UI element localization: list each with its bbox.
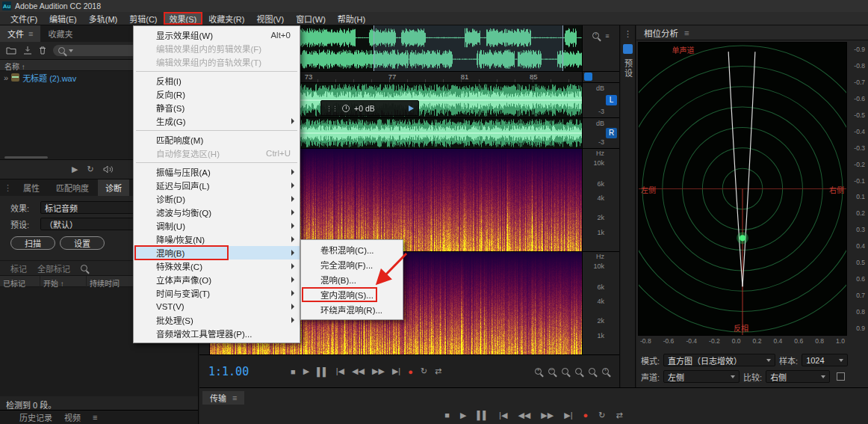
loop-playback-button[interactable]: ↻ [87, 165, 93, 174]
effects-menu-item-7[interactable]: 生成(G) [134, 114, 300, 128]
menubar-item-4[interactable]: 效果(S) [164, 12, 203, 25]
pause-button[interactable]: ▌▌ [477, 411, 489, 420]
phase-option-checkbox[interactable] [837, 372, 845, 381]
tab-properties[interactable]: 属性 [16, 179, 47, 196]
effects-menu-item-20[interactable]: 立体声声像(O) [134, 273, 300, 286]
effects-menu-item-18[interactable]: 混响(B) [134, 246, 300, 259]
record-button[interactable]: ● [408, 367, 413, 376]
ffwd-button[interactable]: ▶▶ [541, 411, 554, 420]
effects-menu-item-13[interactable]: 延迟与回声(L) [134, 179, 300, 192]
tab-all-markers[interactable]: 全部标记 [37, 262, 70, 274]
hud-pin-icon[interactable] [409, 105, 414, 111]
menubar-item-1[interactable]: 编辑(E) [43, 12, 83, 25]
effects-menu-item-15[interactable]: 滤波与均衡(Q) [134, 206, 300, 219]
effects-menu-item-16[interactable]: 调制(U) [134, 219, 300, 233]
file-name[interactable]: 无标题 (2).wav [22, 72, 76, 84]
tab-diagnostics[interactable]: 诊断 [98, 179, 129, 196]
menubar-item-5[interactable]: 收藏夹(R) [202, 12, 250, 25]
menubar-item-7[interactable]: 窗口(W) [290, 12, 332, 25]
effects-menu-item-0[interactable]: 显示效果组(W)Alt+0 [134, 28, 300, 42]
effects-menu-item-21[interactable]: 时间与变调(T) [134, 286, 300, 300]
mode-select[interactable]: 直方图（日志增效） [663, 354, 775, 366]
transport-panel-tab[interactable]: 传输 ≡ [202, 391, 244, 405]
next-button[interactable]: ▶| [392, 366, 400, 376]
panel-menu-icon[interactable]: ≡ [28, 29, 33, 38]
tab-files[interactable]: 文件 ≡ [0, 25, 40, 42]
next-button[interactable]: ▶| [564, 411, 572, 420]
settings-button[interactable]: 设置 [60, 236, 105, 250]
zoom-full-icon[interactable]: ‹ [592, 32, 599, 39]
panel-menu-icon[interactable]: ≡ [93, 413, 97, 422]
swap-button[interactable]: ⇄ [616, 411, 622, 420]
prev-button[interactable]: |◀ [336, 366, 344, 376]
reverb-submenu-item-3[interactable]: 室内混响(S)... [301, 287, 403, 302]
effects-menu-item-23[interactable]: 批处理(S) [134, 313, 300, 327]
compare-select[interactable]: 右侧 [766, 370, 830, 383]
marker-search-icon[interactable] [81, 265, 87, 271]
effects-menu-item-17[interactable]: 降噪/恢复(N) [134, 233, 300, 246]
rew-button[interactable]: ◀◀ [518, 411, 530, 420]
pause-button[interactable]: ▌▌ [317, 367, 329, 376]
panel-menu-icon[interactable]: ≡ [684, 28, 689, 37]
effects-menu-item-12[interactable]: 振幅与压限(A) [134, 165, 300, 179]
effects-menu-item-4[interactable]: 反相(I) [134, 74, 300, 87]
effects-menu-item-19[interactable]: 特殊效果(C) [134, 259, 300, 273]
samples-select[interactable]: 1024 [802, 354, 848, 366]
tab-video[interactable]: 视频 [64, 411, 81, 423]
play-button[interactable]: ▶ [303, 366, 309, 376]
effects-menu-item-24[interactable]: 音频增效工具管理器(P)... [134, 327, 300, 340]
ffwd-button[interactable]: ▶▶ [372, 366, 385, 376]
presets-dock-label[interactable]: 预设 [622, 59, 634, 79]
hud-gain-value[interactable]: +0 dB [354, 104, 375, 113]
rew-button[interactable]: ◀◀ [352, 366, 365, 376]
tab-markers[interactable]: 标记 [10, 262, 27, 274]
stop-button[interactable]: ■ [444, 411, 450, 420]
zoom-reset-icon[interactable]: ‹ [602, 368, 609, 375]
reverb-submenu-item-1[interactable]: 完全混响(F)... [301, 257, 403, 272]
channel-select[interactable]: 左侧 [663, 370, 740, 383]
gain-hud[interactable]: ⋮⋮ +0 dB [320, 100, 419, 116]
zoom-out-amplitude-icon[interactable] [575, 368, 582, 375]
panel-menu-icon[interactable]: ≡ [232, 393, 237, 402]
expand-icon[interactable]: » [4, 73, 8, 82]
menubar-item-3[interactable]: 剪辑(C) [123, 12, 163, 25]
zoom-out-time-icon[interactable]: − [548, 368, 555, 375]
zoom-in-amplitude-icon[interactable] [562, 368, 568, 375]
effects-menu-item-14[interactable]: 诊断(D) [134, 192, 300, 206]
menubar-item-8[interactable]: 帮助(H) [332, 12, 371, 25]
left-channel-button[interactable]: L [606, 95, 617, 105]
zoom-in-time-icon[interactable]: + [535, 368, 542, 375]
dock-grip-icon[interactable]: ⋮ [1, 183, 14, 193]
effects-menu-item-6[interactable]: 静音(S) [134, 101, 300, 114]
reverb-submenu-item-2[interactable]: 混响(B)... [301, 272, 403, 287]
tab-match-loudness[interactable]: 匹配响度 [49, 179, 96, 196]
tab-history[interactable]: 历史记录 [19, 411, 52, 423]
zoom-selection-icon[interactable] [589, 368, 595, 375]
right-channel-button[interactable]: R [606, 128, 617, 138]
dock-menu-icon[interactable]: ⋮ [624, 29, 632, 39]
import-file-icon[interactable] [23, 46, 32, 55]
timeline-options-icon[interactable] [584, 73, 592, 81]
scan-button[interactable]: 扫描 [10, 236, 55, 250]
selection-region[interactable] [373, 25, 563, 71]
preview-play-button[interactable]: ▶ [72, 165, 78, 174]
menubar-item-0[interactable]: 文件(F) [4, 12, 43, 25]
reverb-submenu-item-4[interactable]: 环绕声混响(R)... [301, 302, 403, 317]
panel-menu-icon[interactable]: ≡ [605, 32, 609, 40]
prev-button[interactable]: |◀ [499, 411, 507, 420]
record-button[interactable]: ● [583, 411, 589, 420]
hud-drag-handle-icon[interactable]: ⋮⋮ [326, 105, 338, 112]
dock-panel-icon[interactable] [623, 44, 633, 54]
effects-menu-item-5[interactable]: 反向(R) [134, 87, 300, 101]
menubar-item-2[interactable]: 多轨(M) [83, 12, 124, 25]
loop-button[interactable]: ↻ [421, 366, 427, 376]
effects-menu-item-9[interactable]: 匹配响度(M) [134, 133, 300, 147]
reverb-submenu-item-0[interactable]: 卷积混响(C)... [301, 242, 403, 257]
loop-button[interactable]: ↻ [598, 411, 605, 420]
swap-button[interactable]: ⇄ [435, 366, 441, 376]
stop-button[interactable]: ■ [291, 367, 296, 376]
open-folder-icon[interactable] [6, 46, 16, 55]
tab-favorites[interactable]: 收藏夹 [40, 25, 80, 42]
effects-menu-item-22[interactable]: VST(V) [134, 300, 300, 313]
menubar-item-6[interactable]: 视图(V) [250, 12, 290, 25]
